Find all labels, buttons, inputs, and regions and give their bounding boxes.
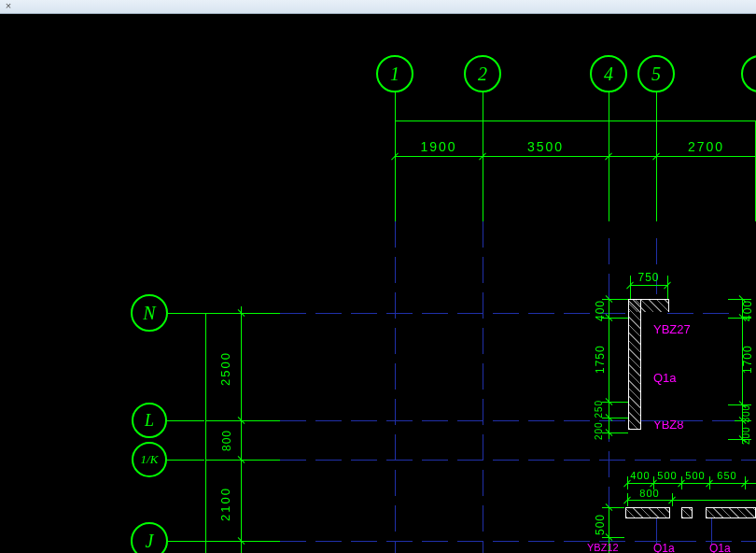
dim-ext: [602, 507, 624, 508]
label-q1a-2: Q1a: [653, 542, 675, 553]
dim-line: [395, 121, 756, 121]
grid-lead: [483, 92, 483, 121]
grid-label: 1/K: [141, 452, 159, 467]
dim-ext: [609, 121, 609, 221]
grid-line-5: [656, 238, 657, 294]
dim-line: [205, 313, 206, 553]
wall-section: [706, 507, 756, 518]
dim-ext: [602, 432, 628, 433]
dim-value: 400: [741, 299, 754, 321]
label-q1a-3: Q1a: [709, 542, 731, 553]
dim-value: 400: [627, 470, 653, 481]
dim-ext: [483, 121, 483, 221]
grid-line: [667, 313, 733, 314]
grid-bubble-5: 5: [637, 55, 675, 92]
dim-ext: [602, 418, 628, 418]
grid-lead: [395, 92, 396, 121]
dim-line: [241, 306, 242, 553]
dim-value: 800: [220, 423, 233, 457]
dim-value: 750: [627, 271, 670, 284]
grid-label: 1: [390, 64, 399, 85]
dim-value: 3500: [483, 139, 609, 154]
grid-line-2: [483, 221, 483, 553]
dim-value: 2500: [218, 322, 232, 416]
grid-line-1: [395, 221, 396, 553]
grid-line-J: [280, 541, 756, 542]
wall-section: [628, 299, 641, 430]
dim-value: 1750: [594, 327, 607, 392]
dim-ext: [602, 402, 628, 403]
dim-value: 500: [653, 470, 681, 481]
wall-section: [681, 507, 693, 518]
grid-bubble-partial: [741, 55, 756, 92]
dim-value: 400: [594, 299, 607, 321]
grid-bubble-1: 1: [376, 55, 413, 92]
grid-lead: [168, 541, 205, 542]
grid-bubble-4: 4: [590, 55, 627, 92]
grid-line-L: [280, 420, 625, 421]
grid-label: N: [143, 303, 155, 324]
dim-value: 500: [594, 509, 607, 539]
dim-value: 2100: [218, 467, 232, 542]
label-ybz27: YBZ27: [653, 322, 691, 336]
close-icon[interactable]: ×: [2, 0, 15, 12]
dim-line: [627, 483, 756, 484]
dim-value: 200 300: [741, 402, 751, 447]
label-ybz12: YBZ12: [587, 542, 619, 553]
grid-line-N: [280, 313, 625, 314]
dim-ext: [656, 121, 657, 221]
dim-value: 1700: [741, 327, 754, 392]
grid-label: J: [146, 531, 154, 552]
dim-ext: [395, 121, 396, 221]
grid-line-1K: [280, 460, 756, 461]
wall-section: [625, 507, 670, 518]
grid-label: 4: [604, 64, 613, 85]
grid-bubble-J: J: [131, 522, 168, 553]
grid-bubble-2: 2: [464, 55, 501, 92]
dim-value: 200 250: [594, 399, 604, 440]
window-titlebar: ×: [0, 0, 756, 14]
grid-line: [641, 420, 735, 421]
dim-line: [627, 500, 756, 501]
grid-lead: [656, 92, 657, 121]
dim-line: [630, 285, 667, 286]
grid-bubble-N: N: [131, 294, 168, 332]
grid-bubble-1K: 1/K: [132, 442, 167, 477]
grid-label: 2: [478, 64, 487, 85]
grid-lead: [167, 420, 204, 421]
dim-value: 500: [681, 470, 709, 481]
dim-value: 650: [709, 470, 745, 481]
drawing-canvas[interactable]: 1 2 4 5 1900 3500 2700 N L 1/K J 2500 80…: [0, 14, 756, 553]
dim-value: 800: [631, 488, 668, 499]
grid-lead: [609, 92, 609, 121]
dim-line: [395, 156, 756, 157]
grid-label: 5: [651, 64, 661, 85]
dim-value: 1900: [395, 139, 483, 154]
dim-value: 2700: [656, 139, 756, 154]
grid-bubble-L: L: [132, 403, 167, 438]
grid-label: L: [145, 411, 154, 431]
grid-lead: [167, 460, 204, 461]
label-q1a: Q1a: [653, 371, 677, 385]
